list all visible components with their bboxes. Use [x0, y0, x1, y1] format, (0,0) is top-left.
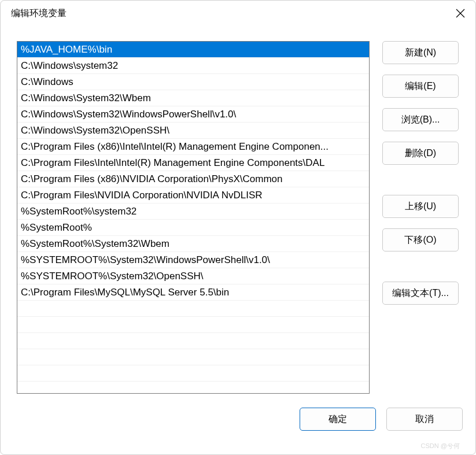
list-item[interactable]: C:\Program Files (x86)\Intel\Intel(R) Ma…	[17, 139, 369, 155]
empty-row	[17, 301, 369, 317]
list-item[interactable]: %SystemRoot%	[17, 220, 369, 236]
list-item[interactable]: %JAVA_HOME%\bin	[17, 42, 369, 58]
empty-row	[17, 365, 369, 382]
main-row: %JAVA_HOME%\binC:\Windows\system32C:\Win…	[17, 41, 463, 394]
side-button-column: 新建(N) 编辑(E) 浏览(B)... 删除(D) 上移(U) 下移(O) 编…	[382, 41, 459, 394]
ok-button[interactable]: 确定	[300, 408, 376, 431]
list-item[interactable]: C:\Windows\System32\Wbem	[17, 90, 369, 106]
empty-row	[17, 349, 369, 365]
list-item[interactable]: C:\Program Files\NVIDIA Corporation\NVID…	[17, 187, 369, 204]
close-icon[interactable]	[456, 9, 465, 18]
empty-row	[17, 333, 369, 349]
list-item[interactable]: C:\Program Files\Intel\Intel(R) Manageme…	[17, 155, 369, 171]
list-item[interactable]: C:\Windows\System32\OpenSSH\	[17, 123, 369, 139]
list-item[interactable]: %SystemRoot%\system32	[17, 204, 369, 220]
list-item[interactable]: C:\Program Files (x86)\NVIDIA Corporatio…	[17, 171, 369, 187]
cancel-button[interactable]: 取消	[386, 408, 463, 431]
list-item[interactable]: %SystemRoot%\System32\Wbem	[17, 236, 369, 252]
browse-button[interactable]: 浏览(B)...	[382, 108, 459, 131]
content-area: %JAVA_HOME%\binC:\Windows\system32C:\Win…	[1, 26, 475, 454]
list-item[interactable]: C:\Windows	[17, 74, 369, 90]
list-item[interactable]: C:\Windows\system32	[17, 58, 369, 74]
titlebar: 编辑环境变量	[1, 1, 475, 26]
edit-button[interactable]: 编辑(E)	[382, 75, 459, 98]
list-item[interactable]: C:\Windows\System32\WindowsPowerShell\v1…	[17, 106, 369, 123]
delete-button[interactable]: 删除(D)	[382, 142, 459, 165]
list-item[interactable]: %SYSTEMROOT%\System32\WindowsPowerShell\…	[17, 252, 369, 268]
path-listbox[interactable]: %JAVA_HOME%\binC:\Windows\system32C:\Win…	[17, 41, 370, 394]
new-button[interactable]: 新建(N)	[382, 41, 459, 64]
list-item[interactable]: C:\Program Files\MySQL\MySQL Server 5.5\…	[17, 284, 369, 301]
edit-text-button[interactable]: 编辑文本(T)...	[382, 282, 459, 305]
dialog-window: 编辑环境变量 %JAVA_HOME%\binC:\Windows\system3…	[0, 0, 476, 455]
window-title: 编辑环境变量	[11, 8, 67, 20]
move-up-button[interactable]: 上移(U)	[382, 195, 459, 218]
empty-row	[17, 317, 369, 333]
list-item[interactable]: %SYSTEMROOT%\System32\OpenSSH\	[17, 268, 369, 284]
move-down-button[interactable]: 下移(O)	[382, 228, 459, 251]
footer-buttons: 确定 取消	[17, 408, 463, 431]
